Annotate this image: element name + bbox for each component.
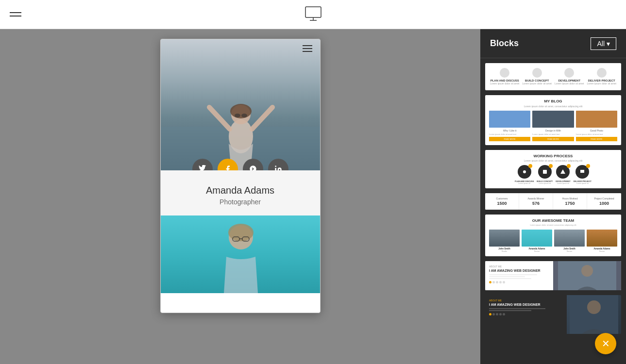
team-member-2: Amanda Adams Senior <box>522 230 552 252</box>
google-plus-button[interactable] <box>243 159 263 170</box>
svg-point-17 <box>523 170 526 173</box>
step-deliver: DELIVER PROJECT Lorem ipsum sit <box>574 165 592 185</box>
profile-name: Amanda Adams <box>170 185 310 196</box>
member-1-avatar <box>489 230 520 247</box>
svg-point-9 <box>235 114 240 117</box>
working-title: WORKING PROCESS <box>489 154 617 158</box>
blog-img-3 <box>576 111 617 128</box>
stat-hours: Hours Worked 1750 <box>553 193 587 210</box>
svg-point-11 <box>275 165 276 167</box>
block-working-process[interactable]: WORKING PROCESS Lorem ipsum dolor sit am… <box>485 150 621 189</box>
stat-awards: Awards Winner 576 <box>519 193 553 210</box>
block-blog[interactable]: MY BLOG Lorem ipsum dolor sit amet, cons… <box>485 95 621 145</box>
blog-post-2: Design in With Lorem ipsum dolor sit ame… <box>532 111 574 141</box>
phone-second-section <box>161 215 320 293</box>
phone-mockup: Amanda Adams Photographer <box>160 39 321 313</box>
block-process-steps[interactable]: PLAN AND DISCUSS Lorem ipsum dolor sit a… <box>485 63 621 90</box>
step-deliver-icon <box>575 165 589 179</box>
team-member-4: Amanda Adams Senior <box>587 230 617 252</box>
hamburger-menu[interactable] <box>10 12 21 17</box>
canvas-area: Amanda Adams Photographer <box>0 29 480 364</box>
svg-point-10 <box>241 114 247 117</box>
plan-icon <box>500 68 509 78</box>
bc1-item-2: BUILD CONCEPT Lorem ipsum dolor sit amet <box>523 68 552 85</box>
blog-post-1: Why I Like it Lorem ipsum dolor sit amet… <box>489 111 530 141</box>
team-grid: John Smith Studio Amanda Adams Senior Jo… <box>489 230 617 252</box>
close-fab-button[interactable]: ✕ <box>595 333 616 354</box>
monitor-icon <box>304 4 323 25</box>
panel-filter-button[interactable]: All ▾ <box>591 37 616 50</box>
phone-hero-image <box>161 39 320 170</box>
phone-nav[interactable] <box>303 45 312 52</box>
stat-projects: Project Completed 1000 <box>587 193 621 210</box>
panel-title: Blocks <box>490 38 519 49</box>
step-dev-icon <box>556 165 570 179</box>
dev-icon <box>564 68 574 78</box>
facebook-button[interactable] <box>218 159 238 170</box>
main-area: Amanda Adams Photographer <box>0 29 626 364</box>
blog-img-2 <box>532 111 574 128</box>
svg-point-21 <box>581 265 593 277</box>
svg-marker-19 <box>560 169 565 174</box>
twitter-button[interactable] <box>192 159 213 170</box>
step-build-icon <box>538 165 552 179</box>
panel-content[interactable]: PLAN AND DISCUSS Lorem ipsum dolor sit a… <box>480 58 626 364</box>
about-light-image <box>553 261 621 290</box>
blog-img-1 <box>489 111 530 128</box>
about-dark-dots <box>489 313 559 315</box>
blog-subtitle: Lorem ipsum dolor sit amet, consectetur … <box>489 105 617 108</box>
step-build: BUILD CONCEPT Lorem ipsum sit <box>537 165 553 185</box>
member-3-avatar <box>554 230 585 247</box>
svg-rect-0 <box>305 7 321 17</box>
svg-point-6 <box>230 104 252 118</box>
linkedin-button[interactable] <box>268 159 288 170</box>
about-dark-image <box>567 295 621 334</box>
blog-post-3: Good Photo Lorem ipsum dolor sit amet te… <box>576 111 617 141</box>
about-dark-content: ABOUT ME I AM AMAZING WEB DESIGNER <box>489 299 559 315</box>
right-panel: Blocks All ▾ PLAN AND DISCUSS Lorem ipsu… <box>480 29 626 364</box>
bc1-item-4: DELIVER PROJECT Lorem ipsum dolor sit am… <box>587 68 617 85</box>
about-light-left: ABOUT ME I AM AMAZING WEB DESIGNER <box>485 261 553 290</box>
step-plan-icon <box>518 165 531 179</box>
block-team[interactable]: OUR AWESOME TEAM Lorem ipsum dolor sit a… <box>485 215 621 256</box>
block-about-light[interactable]: ABOUT ME I AM AMAZING WEB DESIGNER <box>485 261 621 290</box>
svg-point-23 <box>587 300 601 314</box>
panel-header: Blocks All ▾ <box>480 29 626 58</box>
profile-role: Photographer <box>170 198 310 206</box>
filter-label: All <box>597 40 605 48</box>
member-2-avatar <box>522 230 552 247</box>
block-stats[interactable]: Customers 1500 Awards Winner 576 Hours W… <box>485 193 621 210</box>
phone-profile-section: Amanda Adams Photographer <box>161 170 320 215</box>
blog-title: MY BLOG <box>489 99 617 103</box>
team-member-1: John Smith Studio <box>489 230 520 252</box>
phone-content[interactable]: Amanda Adams Photographer <box>161 39 320 313</box>
hero-person-image <box>161 39 320 170</box>
step-dev: DEVELOPMENT Lorem ipsum sit <box>556 165 570 185</box>
team-title: OUR AWESOME TEAM <box>489 218 617 223</box>
header <box>0 0 626 29</box>
social-icons-group <box>192 159 288 170</box>
svg-rect-18 <box>543 170 547 174</box>
filter-chevron-icon: ▾ <box>607 40 610 48</box>
about-light-dots <box>489 281 549 283</box>
build-icon <box>532 68 542 78</box>
close-icon: ✕ <box>602 338 610 349</box>
step-plan: PLAN AND DISCUSS Lorem ipsum sit <box>515 165 534 185</box>
team-subtitle: Lorem ipsum dolor sit amet consectetur a… <box>489 224 617 227</box>
bc1-item-3: DEVELOPMENT Lorem ipsum dolor sit amet <box>555 68 584 85</box>
svg-line-7 <box>209 107 230 129</box>
deliver-icon <box>597 68 607 78</box>
svg-line-8 <box>252 107 272 129</box>
working-subtitle: Lorem ipsum dolor sit amet, consectetur … <box>489 159 617 162</box>
working-steps: PLAN AND DISCUSS Lorem ipsum sit BUILD C… <box>489 165 617 185</box>
team-member-3: John Smith Senior <box>554 230 585 252</box>
blog-grid: Why I Like it Lorem ipsum dolor sit amet… <box>489 111 617 141</box>
bc1-item-1: PLAN AND DISCUSS Lorem ipsum dolor sit a… <box>490 68 520 85</box>
stat-customers: Customers 1500 <box>485 193 519 210</box>
member-4-avatar <box>587 230 617 247</box>
block-about-dark[interactable]: ABOUT ME I AM AMAZING WEB DESIGNER <box>485 295 621 334</box>
